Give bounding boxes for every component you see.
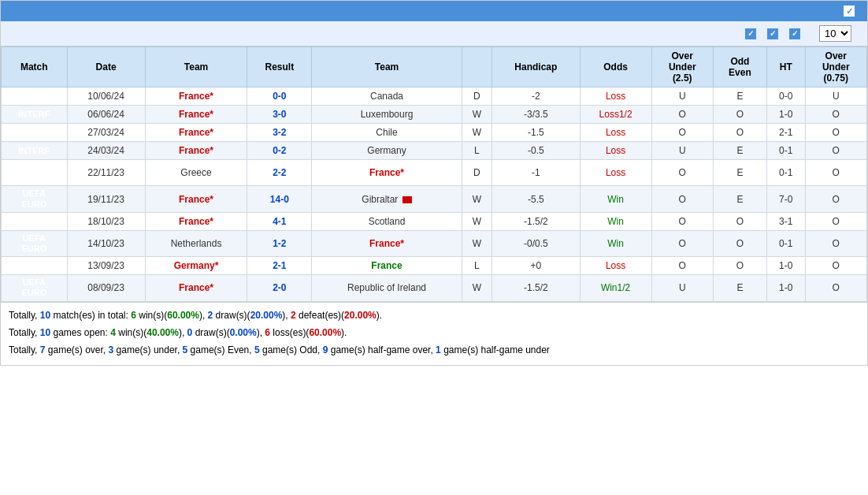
uefa-filter[interactable] (767, 28, 781, 39)
match-date: 13/09/23 (67, 257, 145, 275)
last-games-select[interactable]: 10 5 20 50 (819, 25, 851, 42)
interf-checkbox[interactable] (745, 28, 756, 39)
match-date: 18/10/23 (67, 212, 145, 230)
win-draw-loss: W (462, 186, 491, 212)
team2-name[interactable]: Canada (312, 87, 462, 106)
team2-name[interactable]: Germany (312, 142, 462, 160)
ou25: O (651, 212, 713, 230)
team1-name[interactable]: France* (145, 212, 247, 230)
ou075: O (805, 106, 866, 124)
match-result[interactable]: 0-2 (247, 142, 312, 160)
team2-name[interactable]: France (312, 257, 462, 275)
ht-score: 2-1 (766, 124, 805, 142)
odds: Loss (580, 142, 651, 160)
handicap: -3/3.5 (492, 106, 581, 124)
table-row: INTERF 24/03/24 France* 0-2 Germany L -0… (2, 142, 867, 160)
worldcup-checkbox[interactable] (789, 28, 800, 39)
match-result[interactable]: 1-2 (247, 230, 312, 256)
team2-name[interactable]: France* (312, 230, 462, 256)
display-notes-checkbox[interactable] (844, 6, 855, 17)
odd-even: O (713, 230, 766, 256)
match-result[interactable]: 14-0 (247, 186, 312, 212)
team2-name[interactable]: Gibraltar (312, 186, 462, 212)
total-wins: 6 (131, 310, 136, 321)
ou075: O (805, 186, 866, 212)
team2-name[interactable]: Republic of Ireland (312, 275, 462, 301)
team1-name[interactable]: France* (145, 87, 247, 106)
match-type: INTERF (2, 106, 68, 124)
match-date: 06/06/24 (67, 106, 145, 124)
table-row: UEFAEURO 22/11/23 Greece 2-2 France* D -… (2, 160, 867, 186)
hg-under-count: 1 (436, 344, 441, 355)
open-draws: 0 (187, 327, 193, 338)
match-result[interactable]: 3-2 (247, 124, 312, 142)
col-match: Match (2, 47, 68, 87)
handicap: -0/0.5 (492, 230, 581, 256)
team1-name[interactable]: France* (145, 106, 247, 124)
match-result[interactable]: 4-1 (247, 212, 312, 230)
match-date: 10/06/24 (67, 87, 145, 106)
ht-score: 1-0 (766, 275, 805, 301)
total-defeats: 2 (291, 310, 296, 321)
col-handicap: Handicap (492, 47, 581, 87)
summary-section: Totally, 10 match(es) in total: 6 win(s)… (1, 302, 867, 365)
team1-name[interactable]: Germany* (145, 257, 247, 275)
ou075: O (805, 230, 866, 256)
team2-name[interactable]: Chile (312, 124, 462, 142)
match-type: UEFAEURO (2, 186, 68, 212)
ou075: U (805, 87, 866, 106)
team1-name[interactable]: Netherlands (145, 230, 247, 256)
odd-even: E (713, 186, 766, 212)
summary-line2: Totally, 10 games open: 4 win(s)(40.00%)… (9, 325, 859, 341)
draw-pct: 20.00% (250, 310, 283, 321)
interf-filter[interactable] (745, 28, 759, 39)
match-result[interactable]: 2-1 (247, 257, 312, 275)
win-pct: 60.00% (167, 310, 199, 321)
defeat-pct: 20.00% (344, 310, 377, 321)
team2-name[interactable]: Luxembourg (312, 106, 462, 124)
odd-even: E (713, 87, 766, 106)
handicap: -1 (492, 160, 581, 186)
team1-name[interactable]: Greece (145, 160, 247, 186)
odds: Loss (580, 160, 651, 186)
win-draw-loss: D (462, 87, 491, 106)
win-draw-loss: W (462, 275, 491, 301)
open-draw-pct: 0.00% (230, 327, 257, 338)
col-ou25: OverUnder(2.5) (651, 47, 713, 87)
ou25: U (651, 87, 713, 106)
over-count: 7 (40, 344, 46, 355)
open-wins: 4 (110, 327, 116, 338)
team1-name[interactable]: France* (145, 124, 247, 142)
match-date: 08/09/23 (67, 275, 145, 301)
odds: Loss (580, 124, 651, 142)
filter-row: 10 5 20 50 (1, 21, 867, 47)
team1-name[interactable]: France* (145, 275, 247, 301)
win-draw-loss: L (462, 142, 491, 160)
team2-name[interactable]: Scotland (312, 212, 462, 230)
match-type: INTERF (2, 87, 68, 106)
team2-name[interactable]: France* (312, 160, 462, 186)
team1-name[interactable]: France* (145, 142, 247, 160)
win-draw-loss: W (462, 230, 491, 256)
handicap: -2 (492, 87, 581, 106)
ht-score: 7-0 (766, 186, 805, 212)
ou075: O (805, 212, 866, 230)
uefa-checkbox[interactable] (767, 28, 778, 39)
match-result[interactable]: 0-0 (247, 87, 312, 106)
match-result[interactable]: 2-2 (247, 160, 312, 186)
handicap: -5.5 (492, 186, 581, 212)
odds: Win (580, 230, 651, 256)
col-wd (462, 47, 491, 87)
match-result[interactable]: 3-0 (247, 106, 312, 124)
ht-score: 3-1 (766, 212, 805, 230)
worldcup-filter[interactable] (789, 28, 803, 39)
odd-even: O (713, 124, 766, 142)
match-result[interactable]: 2-0 (247, 275, 312, 301)
ht-score: 1-0 (766, 257, 805, 275)
team1-name[interactable]: France* (145, 186, 247, 212)
ht-score: 0-1 (766, 230, 805, 256)
table-row: UEFAEURO 19/11/23 France* 14-0 Gibraltar… (2, 186, 867, 212)
ou25: U (651, 142, 713, 160)
match-date: 27/03/24 (67, 124, 145, 142)
win-draw-loss: W (462, 106, 491, 124)
